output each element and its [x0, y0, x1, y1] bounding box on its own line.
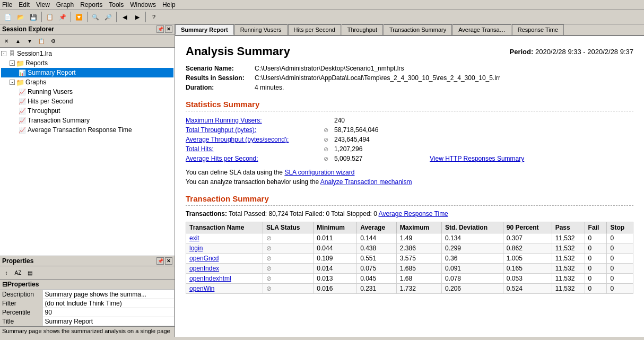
prop-row-title: Title Summary Report [0, 317, 175, 326]
tab-running-vusers[interactable]: Running Vusers [234, 24, 288, 35]
toolbar-copy[interactable]: 📋 [44, 11, 56, 23]
tab-average-transaction[interactable]: Average Transa… [452, 24, 511, 35]
analyze-transaction-link[interactable]: Analyze Transaction mechanism [320, 178, 412, 186]
menu-windows[interactable]: Windows [130, 1, 156, 8]
expand-graphs-icon[interactable]: - [10, 80, 15, 85]
menu-tools[interactable]: Tools [109, 1, 124, 8]
cell-min-0: 0.011 [314, 233, 357, 243]
cell-fail-3: 0 [585, 264, 607, 274]
cell-sla-4: ⊘ [263, 274, 313, 284]
cell-stop-2: 0 [607, 254, 633, 264]
tree-reports[interactable]: - 📁 Reports [1, 58, 173, 68]
cell-std-4: 0.078 [441, 274, 503, 284]
tree-running-vusers[interactable]: 📈 Running Vusers [1, 87, 173, 97]
tree-session[interactable]: - 🗄 Session1.lra [1, 49, 173, 58]
stat-label-2[interactable]: Average Throughput (bytes/second): [186, 136, 324, 143]
toolbar-back[interactable]: ◀ [119, 11, 130, 23]
prop-row-percentile: Percentile 90 [0, 308, 175, 317]
props-cat-btn[interactable]: ▤ [24, 267, 35, 278]
menu-edit[interactable]: Edit [19, 1, 30, 8]
stat-label-0[interactable]: Maximum Running Vusers: [186, 117, 324, 124]
th-p90: 90 Percent [503, 222, 552, 233]
sla-text1-prefix: You can define SLA data using the [186, 169, 283, 176]
http-responses-link[interactable]: View HTTP Responses Summary [430, 155, 524, 162]
props-section-header: ⊟ Properties [0, 280, 175, 290]
transaction-summary-section: Transaction Summary Transactions: Total … [186, 194, 633, 294]
menu-graph[interactable]: Graph [56, 1, 74, 8]
tab-response-time[interactable]: Response Time [512, 24, 564, 35]
sla-config-link[interactable]: SLA configuration wizard [284, 169, 354, 176]
cell-min-3: 0.014 [314, 264, 357, 274]
tree-new-btn[interactable]: 📋 [36, 36, 47, 46]
toolbar-zoom-out[interactable]: 🔎 [102, 11, 114, 23]
prop-value-title: Summary Report [42, 317, 175, 326]
toolbar-paste[interactable]: 📌 [57, 11, 68, 23]
stat-label-4[interactable]: Average Hits per Second: [186, 155, 324, 162]
tree-graphs[interactable]: - 📁 Graphs [1, 77, 173, 87]
cell-p90-5: 0.524 [503, 284, 552, 294]
avg-response-time-link[interactable]: Average Response Time [379, 210, 448, 217]
stat-value-3: 1,207,296 [334, 145, 419, 153]
toolbar-help[interactable]: ? [148, 11, 160, 23]
tree-transaction-summary[interactable]: 📈 Transaction Summary [1, 116, 173, 125]
cell-stop-4: 0 [607, 274, 633, 284]
tree-throughput[interactable]: 📈 Throughput [1, 106, 173, 116]
stat-value-2: 243,645,494 [334, 136, 419, 143]
trans-info-row: Transactions: Total Passed: 80,724 Total… [186, 210, 633, 217]
tree-remove-btn[interactable]: ✕ [1, 36, 12, 46]
th-name: Transaction Name [186, 222, 263, 233]
cell-stop-0: 0 [607, 233, 633, 243]
table-row: openIndex ⊘ 0.014 0.075 1.685 0.091 0.16… [186, 264, 633, 274]
props-pin-btn[interactable]: 📌 [156, 257, 164, 265]
tab-transaction-summary[interactable]: Transaction Summary [384, 24, 452, 35]
transaction-summary-label: Transaction Summary [28, 117, 90, 124]
properties-title: Properties [2, 257, 33, 265]
stat-label-3[interactable]: Total Hits: [186, 145, 324, 153]
props-table: Description Summary page shows the summa… [0, 290, 175, 326]
transaction-summary-title: Transaction Summary [186, 194, 633, 203]
status-bar: Summary page shows the summarized analys… [0, 326, 175, 337]
cell-name-4: openIndexhtml [186, 274, 263, 284]
tab-hits-per-second[interactable]: Hits per Second [288, 24, 341, 35]
menu-view[interactable]: View [36, 1, 50, 8]
tree-avg-response-time[interactable]: 📈 Average Transaction Response Time [1, 125, 173, 135]
stats-divider [186, 111, 633, 111]
menu-help[interactable]: Help [162, 1, 176, 8]
prop-row-filter: Filter (do not Include Think Time) [0, 299, 175, 308]
tree-props-btn[interactable]: ⚙ [48, 36, 58, 46]
props-sort-btn[interactable]: ↕ [1, 267, 12, 278]
toolbar-sep2 [71, 12, 71, 22]
props-close-btn[interactable]: ✕ [165, 257, 172, 265]
running-vusers-label: Running Vusers [28, 88, 73, 95]
cell-avg-0: 0.144 [357, 233, 397, 243]
tab-throughput[interactable]: Throughput [342, 24, 383, 35]
stat-icon-1: ⊘ [324, 127, 334, 134]
cell-std-2: 0.36 [441, 254, 503, 264]
props-section-label: Properties [7, 281, 39, 288]
tree-hits-per-second[interactable]: 📈 Hits per Second [1, 97, 173, 106]
table-row: openIndexhtml ⊘ 0.013 0.045 1.68 0.078 0… [186, 274, 633, 284]
expand-session-icon[interactable]: - [1, 51, 6, 56]
pin-btn[interactable]: 📌 [156, 25, 164, 33]
sla-text-1: You can define SLA data using the SLA co… [186, 169, 633, 176]
close-panel-btn[interactable]: ✕ [165, 25, 172, 33]
stat-label-1[interactable]: Total Throughput (bytes): [186, 126, 324, 134]
sla-text-2: You can analyze transaction behavior usi… [186, 178, 633, 186]
toolbar-filter[interactable]: 🔽 [73, 11, 85, 23]
toolbar-new[interactable]: 📄 [2, 11, 14, 23]
results-value: C:\Users\Administrator\AppData\Local\Tem… [255, 74, 500, 82]
tree-down-btn[interactable]: ▼ [24, 36, 35, 46]
menu-reports[interactable]: Reports [80, 1, 102, 8]
transactions-label: Transactions: [186, 210, 227, 217]
tab-summary-report[interactable]: Summary Report [175, 24, 234, 35]
props-toolbar: ↕ AZ ▤ [0, 266, 175, 280]
tree-up-btn[interactable]: ▲ [13, 36, 23, 46]
tree-summary-report[interactable]: 📊 Summary Report [1, 68, 173, 77]
toolbar-save[interactable]: 💾 [28, 11, 39, 23]
toolbar-zoom-in[interactable]: 🔍 [90, 11, 101, 23]
toolbar-open[interactable]: 📂 [15, 11, 27, 23]
expand-reports-icon[interactable]: - [10, 60, 15, 66]
toolbar-forward[interactable]: ▶ [132, 11, 143, 23]
props-az-btn[interactable]: AZ [13, 267, 23, 278]
menu-file[interactable]: File [2, 1, 12, 8]
